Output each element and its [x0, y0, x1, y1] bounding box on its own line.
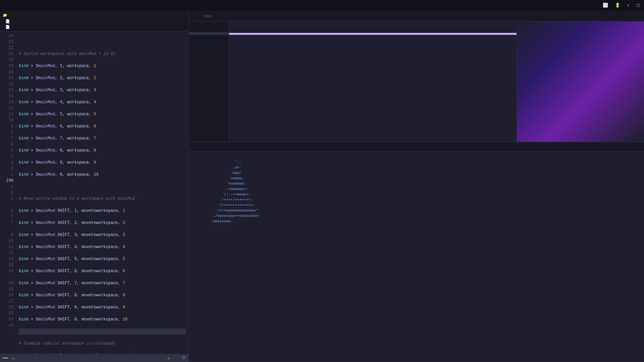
code-area[interactable]: # Switch workspaces with mainMod + [0-9]… [16, 32, 189, 354]
power-status: ⚡ [627, 3, 631, 8]
fm-filelist [229, 21, 517, 142]
bluetooth-icon: ⬡ [636, 3, 640, 8]
right-panels: `.` .o+` `ooo/ `+oooo: `+oooooo: -+ooooo… [189, 11, 644, 362]
topbar-right: ⬜ 🔋 ⚡ ⬡ [589, 3, 640, 8]
file-tree-item-hyprland[interactable]: 📄 [0, 18, 189, 24]
editor-statusbar: ⚠ ⚠ ⏱ [0, 354, 189, 362]
editor-errors: ⚠ [167, 356, 170, 361]
terminal-neofetch[interactable]: `.` .o+` `ooo/ `+oooo: `+oooooo: -+ooooo… [189, 152, 644, 362]
fm-tab-downloads[interactable] [204, 15, 212, 17]
editor-content: 2423222120 1918171615 1413121110 98765 4… [0, 32, 189, 354]
file-tree-root: 📁 [0, 12, 189, 18]
main-area: 📁 📄 📄 2423222120 1918171615 1413121110 9… [0, 11, 644, 362]
warning-icon: ⚠ [12, 356, 14, 361]
fm-sidebar-pictures[interactable] [189, 35, 229, 38]
fm-sidebar-project[interactable] [189, 38, 229, 40]
fm-sidebar-downloads[interactable] [189, 32, 229, 35]
folder-icon: 📁 [3, 13, 7, 17]
editor-panel: 📁 📄 📄 2423222120 1918171615 1413121110 9… [0, 11, 189, 362]
editor-status-right: ⚠ ⏱ [167, 356, 186, 361]
fm-sidebar-type[interactable] [189, 46, 229, 48]
fm-preview [517, 21, 644, 142]
fm-titlebar [189, 11, 644, 21]
fm-sidebar-public[interactable] [189, 40, 229, 43]
disk-icon: ⬜ [603, 3, 608, 8]
fm-body [189, 21, 644, 142]
battery-icon: 🔋 [615, 3, 620, 8]
editor-clock: ⏱ [182, 356, 186, 361]
file-tree: 📁 📄 📄 [0, 11, 189, 32]
fm-sidebar-documents[interactable] [189, 29, 229, 32]
editor-file: ⚠ [12, 356, 16, 361]
fm-sidebar-app[interactable] [189, 24, 229, 27]
power-icon: ⚡ [627, 3, 630, 8]
fm-sidebar-videos[interactable] [189, 48, 229, 51]
disk-status: ⬜ [603, 3, 609, 8]
terminal-panels: `.` .o+` `ooo/ `+oooo: `+oooooo: -+ooooo… [189, 152, 644, 362]
fm-sidebar-templates[interactable] [189, 43, 229, 46]
fm-file-row[interactable] [229, 37, 517, 39]
battery-status: 🔋 [615, 3, 622, 8]
file-tree-item-hyprpaper[interactable]: 📄 [0, 24, 189, 30]
file-manager [189, 11, 644, 152]
fm-sidebar-desktop[interactable] [189, 27, 229, 29]
file-icon: 📄 [5, 19, 10, 23]
topbar: ⬜ 🔋 ⚡ ⬡ [0, 0, 644, 11]
preview-gradient [517, 21, 644, 142]
fm-tab-shell[interactable] [193, 15, 201, 17]
fm-infobar [189, 142, 644, 151]
fm-sidebar [189, 21, 229, 142]
line-numbers: 2423222120 1918171615 1413121110 98765 4… [0, 32, 16, 354]
neofetch-container: `.` .o+` `ooo/ `+oooo: `+oooooo: -+ooooo… [193, 154, 640, 359]
fm-sidebar-smb[interactable] [189, 51, 229, 54]
file-icon-2: 📄 [5, 25, 10, 29]
neofetch-art: `.` .o+` `ooo/ `+oooo: `+oooooo: -+ooooo… [193, 154, 280, 359]
editor-mode [3, 358, 8, 358]
